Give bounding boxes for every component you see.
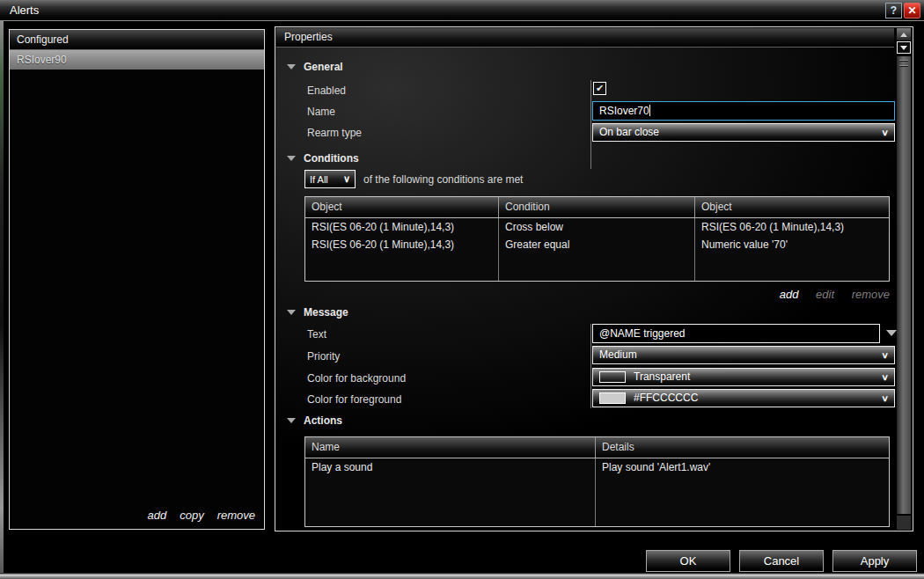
collapse-triangle-icon (287, 310, 296, 315)
color-swatch-icon (599, 392, 626, 404)
configured-header: Configured (10, 30, 264, 50)
arrow-down-icon (900, 46, 907, 50)
name-input[interactable]: RSIover70 (592, 101, 895, 121)
column-header[interactable]: Details (596, 437, 889, 458)
close-icon: ✕ (907, 4, 916, 17)
chevron-down-icon: ∨ (881, 392, 889, 406)
column-header[interactable]: Object (695, 197, 889, 217)
section-general-label: General (304, 61, 343, 73)
chevron-down-icon: ∨ (881, 371, 889, 385)
configured-panel: Configured RSIover90 add copy remove (9, 29, 265, 530)
cell-object1: RSI(ES 06-20 (1 Minute),14,3) (305, 236, 499, 253)
remove-condition-link[interactable]: remove (852, 288, 890, 301)
color-background-value: Transparent (634, 369, 690, 385)
table-empty-area (305, 476, 889, 526)
cancel-button[interactable]: Cancel (739, 550, 824, 572)
cell-action-name: Play a sound (305, 458, 596, 476)
collapse-triangle-icon (287, 418, 296, 423)
section-message-label: Message (304, 306, 348, 319)
action-row[interactable]: Play a sound Play sound 'Alert1.wav' (305, 458, 889, 476)
chevron-down-icon: ∨ (881, 349, 889, 363)
scroll-up-button[interactable] (897, 28, 911, 40)
color-background-select[interactable]: Transparent ∨ (592, 368, 895, 386)
collapse-triangle-icon (287, 156, 296, 161)
priority-select[interactable]: Medium ∨ (592, 346, 895, 364)
window-bottom-border (0, 573, 924, 579)
cell-object2: RSI(ES 06-20 (1 Minute),14,3) (695, 218, 889, 236)
help-button[interactable]: ? (885, 3, 902, 18)
properties-panel: Properties General Enabled ✔ Name RSIove… (275, 26, 913, 531)
chevron-down-icon: ∨ (881, 127, 889, 140)
section-general[interactable]: General (287, 61, 343, 73)
transparent-swatch-icon (599, 371, 626, 383)
conditions-table-header: Object Condition Object (305, 197, 889, 218)
priority-value: Medium (599, 347, 637, 363)
text-dropdown-arrow-icon[interactable] (886, 330, 897, 336)
add-condition-link[interactable]: add (780, 288, 799, 301)
section-conditions[interactable]: Conditions (287, 152, 359, 165)
remove-alert-link[interactable]: remove (217, 509, 255, 522)
actions-table-header: Name Details (305, 437, 889, 458)
chevron-down-icon: ∨ (343, 173, 350, 185)
section-actions[interactable]: Actions (287, 414, 342, 427)
collapse-triangle-icon (287, 64, 296, 70)
priority-label: Priority (307, 350, 340, 363)
cell-action-details: Play sound 'Alert1.wav' (596, 458, 889, 476)
column-header[interactable]: Name (305, 437, 596, 458)
column-header[interactable]: Condition (499, 197, 695, 217)
condition-row[interactable]: RSI(ES 06-20 (1 Minute),14,3) Cross belo… (305, 218, 889, 236)
cell-condition: Greater equal (499, 236, 695, 253)
condition-match-select[interactable]: If All ∨ (304, 170, 356, 188)
thumb-grip-icon (899, 60, 908, 62)
question-icon: ? (891, 4, 897, 17)
enabled-checkbox[interactable]: ✔ (593, 82, 606, 95)
window-title: Alerts (10, 4, 39, 17)
column-divider (590, 80, 591, 169)
properties-scrollbar[interactable] (897, 28, 912, 531)
actions-table[interactable]: Name Details Play a sound Play sound 'Al… (304, 436, 890, 527)
configured-links: add copy remove (147, 509, 255, 522)
match-suffix-text: of the following conditions are met (363, 173, 523, 186)
title-bar[interactable]: Alerts ? ✕ (0, 0, 924, 21)
color-background-label: Color for background (307, 372, 406, 385)
close-button[interactable]: ✕ (904, 3, 920, 18)
text-label: Text (307, 328, 326, 341)
match-value: If All (310, 174, 328, 185)
add-alert-link[interactable]: add (147, 509, 166, 522)
rearm-type-value: On bar close (599, 124, 659, 141)
conditions-links: add edit remove (304, 288, 890, 301)
enabled-label: Enabled (307, 84, 346, 97)
section-conditions-label: Conditions (304, 152, 359, 165)
scroll-down-button[interactable] (897, 41, 911, 54)
conditions-table[interactable]: Object Condition Object RSI(ES 06-20 (1 … (304, 196, 890, 282)
arrow-up-icon (900, 33, 907, 37)
message-text-value: @NAME triggered (599, 327, 686, 340)
color-foreground-value: #FFCCCCCC (634, 390, 698, 407)
copy-alert-link[interactable]: copy (180, 509, 203, 522)
rearm-type-label: Rearm type (307, 127, 362, 139)
message-text-input[interactable]: @NAME triggered (592, 324, 880, 343)
name-value: RSIover70 (599, 105, 649, 117)
thumb-grip-icon (899, 65, 908, 67)
edit-condition-link[interactable]: edit (816, 288, 834, 301)
cell-condition: Cross below (499, 218, 695, 236)
list-item-rsiover90[interactable]: RSIover90 (10, 50, 264, 70)
cell-object1: RSI(ES 06-20 (1 Minute),14,3) (305, 218, 499, 236)
rearm-type-select[interactable]: On bar close ∨ (592, 123, 895, 142)
ok-button[interactable]: OK (646, 550, 730, 572)
apply-button[interactable]: Apply (832, 550, 917, 572)
name-label: Name (307, 106, 335, 118)
section-message[interactable]: Message (287, 306, 348, 319)
scrollbar-thumb[interactable] (897, 56, 911, 514)
window-left-border (0, 21, 4, 574)
checkmark-icon: ✔ (596, 84, 604, 93)
table-empty-area (305, 253, 889, 281)
condition-row[interactable]: RSI(ES 06-20 (1 Minute),14,3) Greater eq… (305, 236, 889, 253)
text-caret (649, 105, 650, 116)
properties-header: Properties (276, 28, 894, 48)
color-foreground-select[interactable]: #FFCCCCCC ∨ (592, 389, 895, 407)
alerts-dialog: Alerts ? ✕ Configured RSIover90 add copy… (0, 0, 924, 579)
scrollbar-track-end (897, 516, 911, 530)
column-header[interactable]: Object (305, 197, 499, 217)
cell-object2: Numeric value '70' (695, 236, 889, 253)
